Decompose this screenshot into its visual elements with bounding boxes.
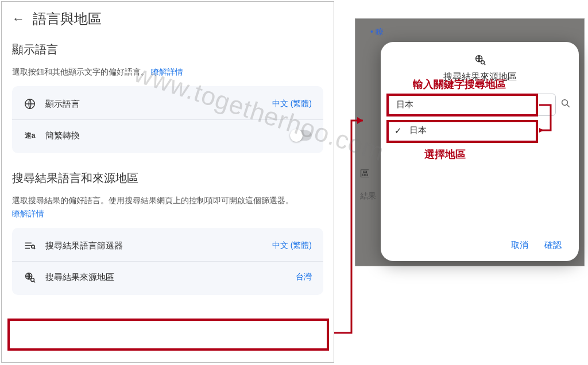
learn-more-link[interactable]: 瞭解詳情 <box>151 67 183 76</box>
confirm-button[interactable]: 確認 <box>544 240 562 251</box>
search-results-section-desc: 選取搜尋結果的偏好語言。使用搜尋結果網頁上的控制項即可開啟這個篩選器。 瞭解詳情 <box>12 194 323 220</box>
annotation-input-hint: 輸入關鍵字搜尋地區 <box>413 77 506 91</box>
search-region-row[interactable]: 搜尋結果來源地區 台灣 <box>12 261 323 293</box>
region-result-japan[interactable]: ✓ 日本 <box>389 118 571 143</box>
svg-line-5 <box>34 248 36 249</box>
header: ← 語言與地區 <box>12 10 323 28</box>
simplified-traditional-label: 簡繁轉換 <box>45 130 80 141</box>
display-language-card: 顯示語言 中文 (繁體) 速a 簡繁轉換 <box>12 86 323 153</box>
display-language-value: 中文 (繁體) <box>272 99 312 109</box>
learn-more-link-2[interactable]: 瞭解詳情 <box>12 209 44 218</box>
simplified-traditional-toggle-row[interactable]: 速a 簡繁轉換 <box>12 119 323 151</box>
svg-point-12 <box>562 100 568 106</box>
dialog-search-row <box>389 94 571 116</box>
search-results-desc-text: 選取搜尋結果的偏好語言。使用搜尋結果網頁上的控制項即可開啟這個篩選器。 <box>12 196 293 205</box>
search-region-label: 搜尋結果來源地區 <box>45 272 114 283</box>
display-language-section-title: 顯示語言 <box>12 42 323 57</box>
bg-link-fragment: • 瞭 <box>370 27 384 37</box>
check-icon: ✓ <box>394 126 404 136</box>
page-title: 語言與地區 <box>33 10 102 28</box>
bg-desc-fragment: 結果 <box>360 191 376 201</box>
search-icon[interactable] <box>560 98 571 111</box>
display-language-row[interactable]: 顯示語言 中文 (繁體) <box>12 88 323 119</box>
search-language-filter-value: 中文 (繁體) <box>272 240 312 251</box>
search-language-filter-row[interactable]: 搜尋結果語言篩選器 中文 (繁體) <box>12 230 323 261</box>
search-results-section-title: 搜尋結果語言和來源地區 <box>12 170 323 186</box>
display-language-desc-text: 選取按鈕和其他顯示文字的偏好語言。 <box>12 67 149 76</box>
svg-point-4 <box>32 245 35 248</box>
search-results-card: 搜尋結果語言篩選器 中文 (繁體) 搜尋結果來源地區 台灣 <box>12 228 323 295</box>
back-arrow-icon[interactable]: ← <box>12 11 25 26</box>
annotation-highlight-region-row <box>7 319 329 351</box>
language-region-settings-panel: ← 語言與地區 顯示語言 選取按鈕和其他顯示文字的偏好語言。 瞭解詳情 顯示語言… <box>1 1 334 363</box>
region-search-input[interactable] <box>389 94 556 116</box>
filter-icon <box>24 239 36 252</box>
region-search-icon <box>389 53 571 69</box>
search-region-value: 台灣 <box>296 272 312 282</box>
svg-point-7 <box>31 278 34 282</box>
svg-line-13 <box>567 104 570 107</box>
svg-line-8 <box>34 281 35 282</box>
region-picker-dialog: 搜尋結果來源地區 ✓ 日本 取消 確認 <box>381 42 579 261</box>
svg-point-10 <box>481 61 484 64</box>
convert-icon: 速a <box>24 129 36 142</box>
dialog-screenshot-panel: • 瞭 區 結果 搜尋結果來源地區 ✓ 日本 取消 確認 <box>355 18 585 266</box>
display-language-label: 顯示語言 <box>45 99 80 110</box>
cancel-button[interactable]: 取消 <box>511 240 528 251</box>
svg-line-11 <box>483 64 485 65</box>
display-language-section-desc: 選取按鈕和其他顯示文字的偏好語言。 瞭解詳情 <box>12 65 323 78</box>
search-language-filter-label: 搜尋結果語言篩選器 <box>45 240 123 251</box>
region-search-icon <box>24 271 36 284</box>
bg-heading-fragment: 區 <box>360 168 369 180</box>
simplified-traditional-toggle[interactable] <box>290 130 312 141</box>
annotation-select-hint: 選擇地區 <box>424 147 466 161</box>
dialog-buttons: 取消 確認 <box>389 238 571 253</box>
globe-icon <box>24 98 36 110</box>
region-result-label: 日本 <box>409 125 427 136</box>
